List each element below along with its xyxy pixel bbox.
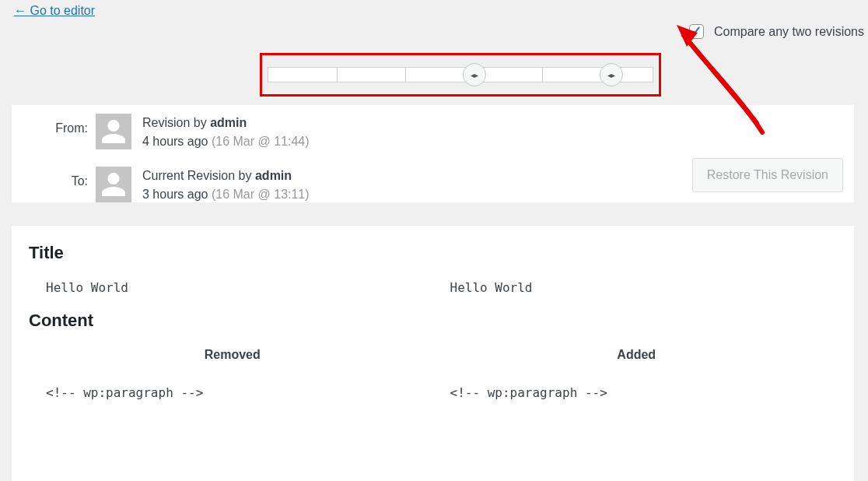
go-to-editor-link[interactable]: ← Go to editor [14,4,95,18]
revision-slider-highlight: ◂▸ ◂▸ [260,53,661,97]
compare-two-revisions-checkbox[interactable] [689,24,704,39]
diff-title-left: Hello World [29,280,433,295]
diff-content-row: <!-- wp:paragraph --> <!-- wp:paragraph … [29,385,837,400]
diff-content-right: <!-- wp:paragraph --> [433,385,838,400]
diff-content-left: <!-- wp:paragraph --> [29,385,433,400]
revision-to-text: Current Revision by admin 3 hours ago (1… [142,167,310,204]
diff-content-labels: Removed Added [29,348,837,385]
diff-title-right: Hello World [433,280,838,295]
user-icon [100,170,128,198]
slider-handle-icon: ◂▸ [471,71,478,79]
removed-label: Removed [46,348,419,362]
to-label: To: [23,167,96,188]
revisions-meta: From: Revision by admin 4 hours ago (16 … [12,105,854,202]
compare-two-revisions-label[interactable]: Compare any two revisions [686,22,864,41]
revision-slider-track[interactable]: ◂▸ ◂▸ [268,67,653,83]
compare-two-revisions-text: Compare any two revisions [714,25,864,39]
slider-handle-icon: ◂▸ [607,71,615,79]
diff-title-heading: Title [29,243,837,263]
avatar [96,114,131,149]
added-label: Added [450,348,824,362]
restore-revision-button: Restore This Revision [692,158,843,192]
revision-slider-handle-from[interactable]: ◂▸ [463,63,486,86]
revisions-diff: Title Hello World Hello World Content Re… [12,226,854,481]
from-label: From: [23,114,96,135]
revision-from-row: From: Revision by admin 4 hours ago (16 … [23,112,843,165]
user-icon [100,118,128,146]
revision-slider-handle-to[interactable]: ◂▸ [600,63,623,86]
revision-from-text: Revision by admin 4 hours ago (16 Mar @ … [142,114,310,151]
avatar [96,167,131,202]
diff-title-row: Hello World Hello World [29,280,837,295]
diff-content-heading: Content [29,311,837,331]
